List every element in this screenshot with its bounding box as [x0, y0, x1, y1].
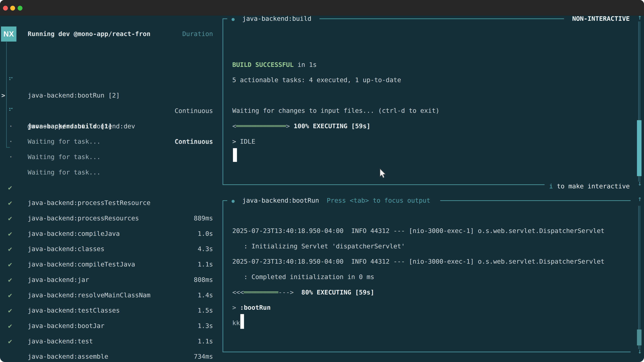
interactive-hint: i to make interactive — [520, 179, 630, 194]
scrollbar-track[interactable] — [638, 206, 639, 349]
build-panel-title: java-backend:build — [242, 15, 312, 22]
task-row[interactable]: ✔ java-backend:compileTestJava 808ms — [0, 226, 223, 242]
task-row-waiting[interactable]: · Waiting for task... — [0, 119, 223, 134]
task-row[interactable]: ✔ java-backend:resolveMainClassNam 1.5s — [0, 257, 223, 272]
zoom-button[interactable] — [18, 6, 22, 10]
task-row-selected[interactable]: > ⠋ java-backend:build [1] Continuous — [0, 72, 223, 88]
build-panel-border-top — [320, 18, 564, 19]
build-result-line: BUILD SUCCESSFUL in 1s — [232, 57, 317, 72]
build-time-text: in 1s — [294, 61, 317, 68]
scroll-up-icon[interactable]: ↑ — [635, 195, 644, 203]
task-name: Waiting for task... — [28, 149, 100, 165]
bootrun-panel-border-top — [440, 200, 630, 201]
build-panel-border — [222, 18, 227, 19]
prompt-arrow: > — [232, 304, 240, 311]
task-row[interactable]: ⠋ java-backend:bootRun [2] Continuous — [0, 57, 223, 72]
terminal-screen: NX Running dev @mono-app/react-fron Dura… — [0, 15, 644, 362]
bootrun-panel-border-left — [222, 200, 223, 352]
bootrun-log: 2025-07-23T13:40:18.950-04:00 INFO 44312… — [232, 223, 638, 331]
task-row[interactable]: ✔ java-backend:bootJar 1.1s — [0, 288, 223, 303]
mouse-cursor-icon — [379, 168, 387, 179]
log-line: : Completed initialization in 0 ms — [232, 269, 638, 285]
scrollbar-thumb[interactable] — [637, 120, 642, 176]
tasks-summary-line: 5 actionable tasks: 4 executed, 1 up-to-… — [232, 72, 401, 88]
bootrun-panel-border — [222, 200, 227, 201]
bar-fill: ═════════════ — [236, 122, 286, 130]
scroll-up-icon[interactable]: ↑ — [635, 13, 644, 21]
log-line: 2025-07-23T13:40:18.950-04:00 INFO 44312… — [232, 223, 638, 239]
idle-line: > IDLE — [232, 134, 255, 149]
nx-logo: NX — [1, 26, 16, 41]
interactive-hint-text: to make interactive — [553, 183, 630, 190]
input-line[interactable]: kk — [232, 316, 638, 331]
task-row[interactable]: ✔ java-backend:assemble 774ms — [0, 318, 223, 334]
log-line: : Initializing Servlet 'dispatcherServle… — [232, 239, 638, 254]
bar-open: < — [232, 122, 236, 130]
bar-close: > — [286, 122, 290, 130]
scrollbar-track[interactable] — [640, 206, 640, 349]
bootrun-panel-header: ● java-backend:bootRun Press <tab> to fo… — [232, 193, 430, 208]
non-interactive-badge: NON-INTERACTIVE — [537, 11, 630, 26]
terminal-window: NX Running dev @mono-app/react-fron Dura… — [0, 0, 644, 362]
task-row[interactable]: ✔ java-backend:test 734ms — [0, 303, 223, 318]
focus-output-hint: Press <tab> to focus output — [327, 197, 430, 204]
build-panel-header: ● java-backend:build — [232, 11, 312, 26]
task-row[interactable]: ✔ java-backend:jar 1.4s — [0, 241, 223, 257]
prompt-task: :bootRun — [240, 304, 271, 311]
task-row[interactable]: ✔ java-backend:compileJava 4.3s — [0, 195, 223, 211]
task-row[interactable]: ⠋ @mono-app/react-frontend:dev Continuou… — [0, 88, 223, 103]
task-row[interactable]: ✔ java-backend:testClasses 1.3s — [0, 272, 223, 288]
bootrun-panel-border-bottom — [222, 352, 630, 352]
bar-fill: ═════════ — [244, 289, 278, 296]
pagination: ← 1/2 → — [9, 359, 36, 362]
task-row[interactable]: ✔ java-backend:classes 1.1s — [0, 211, 223, 226]
typed-input: kk — [232, 319, 240, 327]
panel-bullet-icon: ● — [232, 198, 234, 204]
task-row-waiting[interactable]: · Waiting for task... — [0, 103, 223, 119]
build-successful-text: BUILD SUCCESSFUL — [232, 61, 294, 68]
left-panel-footer: ← 1/2 → quit: q help: ? — [0, 344, 223, 359]
build-panel-border-left — [222, 18, 223, 185]
scroll-down-icon[interactable]: ↓ — [635, 179, 644, 187]
running-task-list: ⠋ java-backend:bootRun [2] Continuous > … — [0, 57, 223, 149]
duration-column-header: Duration — [118, 26, 213, 42]
close-button[interactable] — [3, 6, 8, 10]
bar-open: <<< — [232, 289, 244, 296]
bar-status: 80% EXECUTING [59s] — [294, 289, 374, 296]
waiting-dot-icon: · — [9, 149, 13, 165]
completed-task-list: ✔ java-backend:processTestResource 889ms… — [0, 165, 223, 334]
task-row[interactable]: ✔ java-backend:processTestResource 889ms — [0, 165, 223, 180]
scroll-down-icon[interactable]: ↓ — [635, 347, 644, 355]
bar-status: 100% EXECUTING [59s] — [290, 122, 370, 130]
terminal-cursor — [233, 148, 237, 162]
bar-dashes: --- — [278, 289, 290, 296]
terminal-cursor — [240, 314, 244, 329]
prompt-line: > :bootRun — [232, 300, 638, 316]
minimize-button[interactable] — [10, 6, 15, 10]
scrollbar-thumb[interactable] — [637, 330, 642, 346]
gradle-progress-bar: <═════════════> 100% EXECUTING [59s] — [232, 118, 370, 134]
build-panel-border-bottom — [222, 184, 544, 185]
bar-close: > — [290, 289, 294, 296]
task-row-waiting[interactable]: · Waiting for task... — [0, 134, 223, 149]
log-line: 2025-07-23T13:40:18.950-04:00 INFO 44312… — [232, 254, 638, 269]
interactive-hint-key: i — [549, 183, 553, 190]
panel-bullet-icon: ● — [232, 16, 234, 22]
waiting-changes-line: Waiting for changes to input files... (c… — [232, 103, 440, 118]
bootrun-panel-title: java-backend:bootRun — [242, 197, 319, 204]
task-row[interactable]: ✔ java-backend:processResources 1.0s — [0, 180, 223, 195]
gradle-progress-bar: <<<═════════---> 80% EXECUTING [59s] — [232, 285, 638, 300]
